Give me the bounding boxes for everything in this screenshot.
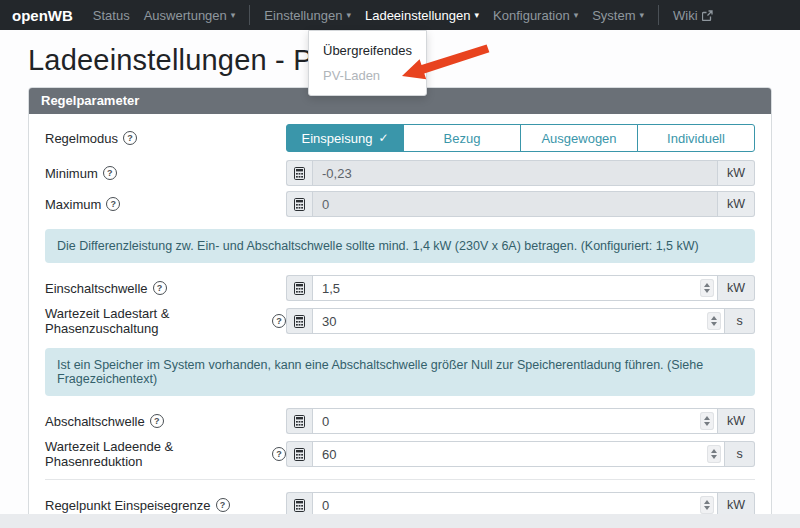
nav-item-status[interactable]: Status [93, 8, 130, 23]
row-minimum: Minimum ? kW [45, 160, 755, 186]
number-stepper[interactable] [707, 445, 721, 463]
unit-label: s [725, 441, 755, 467]
row-label: Wartezeit Ladeende & Phasenreduktion ? [45, 439, 286, 469]
wartezeit-ladestart-input-group: s [286, 308, 755, 334]
regelmodus-option-einspeisung[interactable]: Einspeisung ✓ [286, 124, 404, 152]
row-wartezeit-ladestart: Wartezeit Ladestart & Phasenzuschaltung … [45, 306, 755, 336]
row-abschaltschwelle: Abschaltschwelle ? kW [45, 408, 755, 434]
row-wartezeit-ladeende: Wartezeit Ladeende & Phasenreduktion ? s [45, 439, 755, 469]
maximum-input-group: kW [286, 191, 755, 217]
nav-item-konfiguration[interactable]: Konfiguration ▾ [493, 8, 578, 23]
page-bottom-strip [0, 514, 800, 528]
number-stepper[interactable] [707, 312, 721, 330]
info-alert-differenzleistung: Die Differenzleistung zw. Ein- und Absch… [45, 229, 755, 263]
row-label: Regelmodus ? [45, 131, 286, 146]
help-icon[interactable]: ? [153, 281, 167, 295]
minimum-input [312, 160, 718, 186]
chevron-down-icon: ▾ [574, 11, 579, 20]
regelparameter-card: Regelparameter Regelmodus ? Einspeisung … [28, 87, 772, 528]
maximum-input [312, 191, 718, 217]
unit-label: kW [718, 160, 755, 186]
abschaltschwelle-input[interactable] [312, 408, 718, 434]
nav-item-system[interactable]: System ▾ [592, 8, 644, 23]
number-stepper[interactable] [700, 412, 714, 430]
info-alert-speicher: Ist ein Speicher im System vorhanden, ka… [45, 348, 755, 396]
nav-item-einstellungen[interactable]: Einstellungen ▾ [264, 8, 351, 23]
nav-item-ladeeinstellungen[interactable]: Ladeeinstellungen ▾ [365, 8, 479, 23]
navbar-divider [658, 5, 659, 25]
calculator-icon [286, 191, 312, 217]
nav-item-auswertungen[interactable]: Auswertungen ▾ [144, 8, 236, 23]
row-label: Minimum ? [45, 166, 286, 181]
calculator-icon [286, 408, 312, 434]
einschaltschwelle-input-group: kW [286, 275, 755, 301]
number-stepper[interactable] [700, 496, 714, 514]
einschaltschwelle-input[interactable] [312, 275, 718, 301]
abschaltschwelle-input-group: kW [286, 408, 755, 434]
brand-logo[interactable]: openWB [12, 7, 73, 24]
unit-label: s [725, 308, 755, 334]
row-label: Regelpunkt Einspeisegrenze ? [45, 498, 286, 513]
help-icon[interactable]: ? [272, 447, 286, 461]
help-icon[interactable]: ? [272, 314, 286, 328]
row-label: Maximum ? [45, 197, 286, 212]
card-body: Regelmodus ? Einspeisung ✓ Bezug Ausgewo… [29, 114, 771, 528]
unit-label: kW [718, 275, 755, 301]
wartezeit-ladeende-input-group: s [286, 441, 755, 467]
unit-label: kW [718, 408, 755, 434]
calculator-icon [286, 275, 312, 301]
row-regelmodus: Regelmodus ? Einspeisung ✓ Bezug Ausgewo… [45, 124, 755, 152]
unit-label: kW [718, 191, 755, 217]
minimum-input-group: kW [286, 160, 755, 186]
nav-item-wiki[interactable]: Wiki [673, 8, 713, 23]
help-icon[interactable]: ? [150, 414, 164, 428]
row-label: Einschaltschwelle ? [45, 281, 286, 296]
calculator-icon [286, 308, 312, 334]
chevron-down-icon: ▾ [640, 11, 645, 20]
chevron-down-icon: ▾ [346, 11, 351, 20]
row-maximum: Maximum ? kW [45, 191, 755, 217]
help-icon[interactable]: ? [216, 498, 230, 512]
external-link-icon [702, 10, 713, 21]
navbar-divider [249, 5, 250, 25]
row-label: Wartezeit Ladestart & Phasenzuschaltung … [45, 306, 286, 336]
ladeeinstellungen-dropdown-menu: Übergreifendes PV-Laden [308, 30, 427, 96]
top-navbar: openWB Status Auswertungen ▾ Einstellung… [0, 0, 800, 30]
row-einschaltschwelle: Einschaltschwelle ? kW [45, 275, 755, 301]
dropdown-item-pv-laden[interactable]: PV-Laden [309, 63, 426, 88]
regelmodus-option-bezug[interactable]: Bezug [403, 124, 521, 152]
help-icon[interactable]: ? [103, 166, 117, 180]
check-icon: ✓ [378, 131, 388, 145]
calculator-icon [286, 441, 312, 467]
wartezeit-ladeende-input[interactable] [312, 441, 725, 467]
dropdown-item-uebergreifendes[interactable]: Übergreifendes [309, 38, 426, 63]
help-icon[interactable]: ? [106, 197, 120, 211]
regelmodus-button-group: Einspeisung ✓ Bezug Ausgewogen Individue… [286, 124, 755, 152]
chevron-down-icon: ▾ [231, 11, 236, 20]
calculator-icon [286, 160, 312, 186]
regelmodus-option-individuell[interactable]: Individuell [637, 124, 755, 152]
help-icon[interactable]: ? [123, 131, 137, 145]
number-stepper[interactable] [700, 279, 714, 297]
regelmodus-option-ausgewogen[interactable]: Ausgewogen [520, 124, 638, 152]
row-label: Abschaltschwelle ? [45, 414, 286, 429]
page-content: Ladeeinstellungen - PV-Laden Regelparame… [0, 44, 800, 528]
section-divider [45, 479, 755, 480]
chevron-down-icon: ▾ [474, 11, 479, 20]
wartezeit-ladestart-input[interactable] [312, 308, 725, 334]
